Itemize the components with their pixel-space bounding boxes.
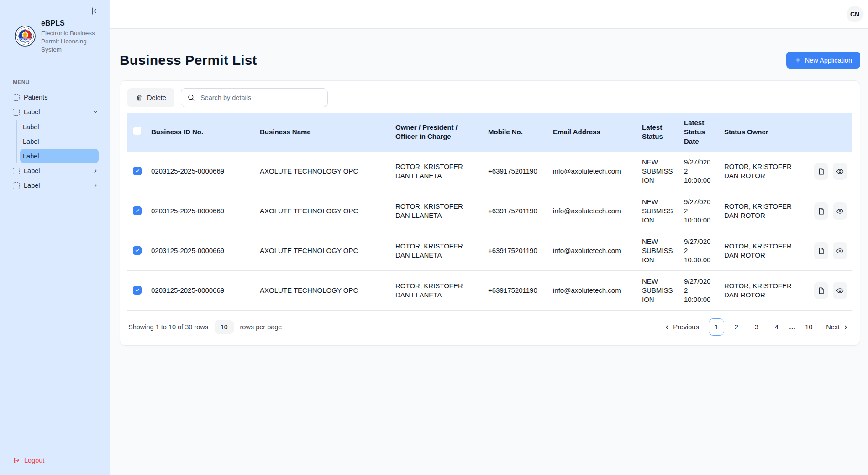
column-header-business-id: Business ID No. [146,113,254,152]
cell-latest-status-date: 9/27/0202 10:00:00 [679,271,719,311]
logout-label: Logout [24,457,44,464]
delete-button[interactable]: Delete [127,88,174,107]
document-icon [817,247,825,255]
cell-mobile: +639175201190 [483,271,547,311]
column-header-owner: Owner / President / Officer in Charge [390,113,483,152]
cell-email: info@axolutetech.com [547,231,637,271]
sidebar-item-label-expanded[interactable]: Label [0,105,110,119]
cell-latest-status-date: 9/27/0202 10:00:00 [679,152,719,191]
page-number-3[interactable]: 3 [749,318,764,336]
sidebar-subitem-text: Label [23,138,39,145]
collapse-sidebar-icon[interactable] [90,6,100,16]
select-all-checkbox[interactable] [133,127,142,135]
view-button[interactable] [833,202,847,220]
next-page-button[interactable]: Next [823,323,852,331]
page-number-2[interactable]: 2 [729,318,744,336]
cell-owner: ROTOR, KRISTOFER DAN LLANETA [390,191,483,231]
chevron-left-icon [664,324,670,330]
sidebar-item-label-collapsed-1[interactable]: Label [0,164,110,178]
cell-status-owner: ROTOR, KRISTOFER DAN ROTOR [719,231,809,271]
search-box [181,88,328,107]
chevron-down-icon [92,109,99,115]
previous-label: Previous [673,323,699,331]
table-row: 0203125-2025-0000669 AXOLUTE TECHNOLOGY … [127,231,852,271]
cell-owner: ROTOR, KRISTOFER DAN LLANETA [390,271,483,311]
trash-icon [136,94,143,101]
cell-owner: ROTOR, KRISTOFER DAN LLANETA [390,231,483,271]
next-label: Next [826,323,840,331]
search-input[interactable] [181,88,328,107]
showing-rows-text: Showing 1 to 10 of 30 rows [128,323,208,331]
table-toolbar: Delete [127,88,852,107]
document-button[interactable] [814,163,828,180]
previous-page-button[interactable]: Previous [661,323,701,331]
user-avatar[interactable]: CN [847,6,863,22]
eye-icon [836,207,844,215]
cell-mobile: +639175201190 [483,231,547,271]
cell-latest-status: NEW SUBMISSION [637,231,679,271]
column-header-actions [809,113,852,152]
sidebar-item-label: Label [24,167,40,174]
cell-business-name: AXOLUTE TECHNOLOGY OPC [254,271,390,311]
sidebar-nav: Patients Label Label Label Label Label [0,90,110,193]
topbar: CN [110,0,868,29]
cell-business-id: 0203125-2025-0000669 [146,231,254,271]
sidebar-item-label: Label [24,182,40,189]
table-header-row: Business ID No. Business Name Owner / Pr… [127,113,852,152]
chevron-right-icon [843,324,849,330]
rows-per-page-select[interactable]: 10 [215,320,234,334]
page-number-1[interactable]: 1 [709,318,724,336]
cell-status-owner: ROTOR, KRISTOFER DAN ROTOR [719,271,809,311]
placeholder-icon [13,168,20,174]
cell-latest-status: NEW SUBMISSION [637,271,679,311]
table-row: 0203125-2025-0000669 AXOLUTE TECHNOLOGY … [127,152,852,191]
document-button[interactable] [814,282,828,299]
cell-email: info@axolutetech.com [547,191,637,231]
sidebar-subitem-label-1[interactable]: Label [20,120,99,134]
chevron-right-icon [92,168,99,174]
eye-icon [836,287,844,295]
row-checkbox[interactable] [133,286,142,295]
cell-email: info@axolutetech.com [547,271,637,311]
document-button[interactable] [814,242,828,259]
row-checkbox[interactable] [133,206,142,215]
placeholder-icon [13,94,20,101]
plus-icon [794,57,801,63]
new-application-label: New Application [805,57,852,64]
new-application-button[interactable]: New Application [786,52,860,69]
sidebar-item-patients[interactable]: Patients [0,90,110,105]
content: Business Permit List New Application Del… [110,29,868,475]
main-area: CN Business Permit List New Application … [110,0,868,475]
view-button[interactable] [833,282,847,299]
cell-business-id: 0203125-2025-0000669 [146,152,254,191]
sidebar-subtree: Label Label Label [0,119,110,164]
table-row: 0203125-2025-0000669 AXOLUTE TECHNOLOGY … [127,191,852,231]
cell-business-name: AXOLUTE TECHNOLOGY OPC [254,152,390,191]
page-header: Business Permit List New Application [120,52,860,69]
delete-label: Delete [147,94,166,101]
page-number-10[interactable]: 10 [801,318,816,336]
eye-icon [836,168,844,175]
document-button[interactable] [814,202,828,220]
column-header-latest-status: Latest Status [637,113,679,152]
placeholder-icon [13,182,20,189]
eye-icon [836,247,844,255]
view-button[interactable] [833,242,847,259]
row-checkbox[interactable] [133,167,142,175]
permit-table: Business ID No. Business Name Owner / Pr… [127,113,852,311]
sidebar-subitem-text: Label [23,123,39,131]
chevron-right-icon [92,182,99,189]
view-button[interactable] [833,163,847,180]
document-icon [817,287,825,295]
cell-latest-status: NEW SUBMISSION [637,191,679,231]
sidebar-item-label-collapsed-2[interactable]: Label [0,178,110,193]
cell-latest-status: NEW SUBMISSION [637,152,679,191]
row-checkbox[interactable] [133,246,142,255]
logout-button[interactable]: Logout [0,457,110,464]
page-number-4[interactable]: 4 [769,318,784,336]
sidebar-subitem-label-3-selected[interactable]: Label [20,149,99,163]
sidebar-subitem-label-2[interactable]: Label [20,134,99,148]
logout-icon [13,457,20,464]
cell-owner: ROTOR, KRISTOFER DAN LLANETA [390,152,483,191]
cell-mobile: +639175201190 [483,191,547,231]
